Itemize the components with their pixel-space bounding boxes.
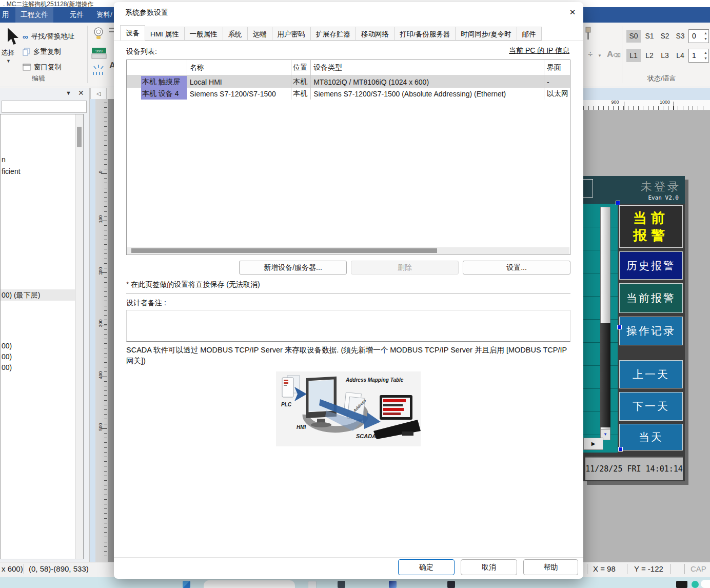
clear-format-icon[interactable]: A⌫ <box>607 49 620 60</box>
taskbar-tray-pill[interactable] <box>701 580 710 588</box>
tab-remote[interactable]: 远端 <box>248 27 272 41</box>
indicator-light-icon[interactable] <box>93 27 104 43</box>
help-button[interactable]: 帮助 <box>523 559 578 575</box>
taskbar-app-icon[interactable] <box>676 581 687 588</box>
dialog-close-icon[interactable]: ✕ <box>566 6 579 18</box>
state-s0-button[interactable]: S0 <box>626 30 641 43</box>
previous-day-button[interactable]: 上一天 <box>619 360 683 388</box>
state-spinner[interactable]: 0 ▲ ▼ <box>688 29 709 43</box>
tab-print-backup-server[interactable]: 打印/备份服务器 <box>395 27 456 41</box>
operation-log-button[interactable]: 操作记录 <box>619 317 683 345</box>
align-distribute-icon[interactable]: ÷ <box>588 49 593 60</box>
tab-device[interactable]: 设备 <box>120 25 145 41</box>
ribbon-tab-project-file[interactable]: 工程文件 <box>15 7 53 23</box>
lang-l4-button[interactable]: L4 <box>673 49 687 62</box>
device-settings-button[interactable]: 设置... <box>463 261 570 275</box>
list-item[interactable]: n <box>2 155 6 164</box>
panel-menu-caret-icon[interactable]: ▼ <box>66 90 71 96</box>
timestamp-display[interactable]: 11/28/25 FRI 14:01:14 <box>585 457 683 480</box>
blink-effect-icon[interactable] <box>91 64 106 79</box>
taskbar-start-icon[interactable] <box>183 581 190 588</box>
delete-device-button[interactable]: 删除 <box>351 261 459 275</box>
spin-down-icon[interactable]: ▼ <box>704 37 707 41</box>
designer-note-textarea[interactable] <box>126 310 570 342</box>
taskbar-app-icon[interactable] <box>308 581 317 588</box>
lang-l1-button[interactable]: L1 <box>626 49 641 62</box>
state-s2-button[interactable]: S2 <box>658 30 672 43</box>
lang-l2-button[interactable]: L2 <box>642 49 657 62</box>
list-item-selected[interactable]: 00) (最下层) <box>1 289 77 301</box>
timestamp-text: 11/28/25 FRI 14:01:14 <box>585 464 683 474</box>
spin-up-icon[interactable]: ▲ <box>704 31 707 35</box>
header-device-type[interactable]: 设备类型 <box>311 60 544 75</box>
list-item[interactable]: 00) <box>2 352 12 361</box>
find-replace-address-item[interactable]: ∞ 寻找/替换地址 <box>23 31 74 42</box>
panel-scrollbar-thumb[interactable] <box>77 127 82 147</box>
align-caret-icon[interactable]: ▼ <box>598 53 602 58</box>
lang-spinner[interactable]: 1 ▲ ▼ <box>688 49 709 63</box>
selection-handle[interactable] <box>618 447 623 452</box>
caps-lock-indicator: CAP <box>691 564 706 573</box>
header-location[interactable]: 位置 <box>291 60 311 75</box>
dialog-tab-strip: 设备 HMI 属性 一般属性 系统 远端 用户密码 扩展存贮器 移动网络 打印/… <box>120 26 542 41</box>
list-item[interactable]: 00) <box>2 363 12 371</box>
tab-user-password[interactable]: 用户密码 <box>272 27 311 41</box>
header-interface[interactable]: 界面 <box>544 60 570 75</box>
tab-email[interactable]: 邮件 <box>517 27 542 41</box>
table-row[interactable]: 本机 设备 4 Siemens S7-1200/S7-1500 本机 Sieme… <box>127 88 570 100</box>
lang-l3-button[interactable]: L3 <box>658 49 672 62</box>
pc-ip-info-link[interactable]: 当前 PC 的 IP 信息 <box>509 46 569 55</box>
table-row[interactable]: 本机 触摸屏 Local HMI 本机 MT8102iQ / MT8106iQ … <box>127 76 570 88</box>
cancel-button[interactable]: 取消 <box>461 559 517 575</box>
panel-filter-input[interactable] <box>2 101 87 113</box>
history-alarm-button[interactable]: 历史报警 <box>619 251 683 280</box>
select-dropdown-caret-icon[interactable]: ▼ <box>6 58 11 64</box>
taskbar-app-icon[interactable] <box>447 581 455 588</box>
panel-scrollbar[interactable] <box>75 114 83 559</box>
current-alarm-display-panel[interactable]: 当前 报警 <box>619 205 683 248</box>
tab-cellular[interactable]: 移动网络 <box>356 27 395 41</box>
list-item[interactable]: ficient <box>2 167 21 175</box>
add-device-button[interactable]: 新增设备/服务器... <box>239 261 347 275</box>
taskbar-app-icon[interactable] <box>338 581 345 588</box>
hmi-horizontal-scrollbar[interactable]: ▶ <box>583 438 603 450</box>
ok-button[interactable]: 确定 <box>398 559 455 575</box>
taskbar-app-icon[interactable] <box>389 581 397 588</box>
collapse-panel-tab[interactable]: ◁ <box>90 88 107 100</box>
table-horizontal-scrollbar[interactable] <box>127 247 569 254</box>
select-tool-button[interactable] <box>6 28 19 48</box>
ribbon-tab-common[interactable]: 用 <box>0 7 11 23</box>
panel-close-icon[interactable]: ✕ <box>78 89 84 97</box>
tab-time-sync-dst[interactable]: 时间同步/夏令时 <box>456 27 517 41</box>
tab-hmi-attributes[interactable]: HMI 属性 <box>145 27 185 41</box>
header-tag <box>127 60 187 75</box>
taskbar-app-icon[interactable] <box>692 581 699 588</box>
selection-handle[interactable] <box>617 325 622 329</box>
format-painter-icon[interactable] <box>584 27 593 44</box>
tab-extended-memory[interactable]: 扩展存贮器 <box>311 27 357 41</box>
tab-general[interactable]: 一般属性 <box>185 27 223 41</box>
window-copy-item[interactable]: 窗口复制 <box>23 62 62 73</box>
spin-up-icon[interactable]: ▲ <box>704 51 707 54</box>
spin-down-icon[interactable]: ▼ <box>704 56 707 60</box>
hmi-header-object-fragment[interactable] <box>583 179 593 198</box>
taskbar-search-pill[interactable] <box>204 580 295 588</box>
state-s3-button[interactable]: S3 <box>673 30 687 43</box>
numeric-display-icon[interactable]: 999 <box>91 47 107 62</box>
tab-system[interactable]: 系统 <box>223 27 248 41</box>
hmi-scrollbar-thumb[interactable] <box>600 323 610 427</box>
ribbon-tab-object[interactable]: 元件 <box>65 7 89 23</box>
today-button[interactable]: 当天 <box>619 424 683 450</box>
table-scrollbar-thumb[interactable] <box>131 248 437 253</box>
system-parameter-dialog: 系统参数设置 ✕ 设备 HMI 属性 一般属性 系统 远端 用户密码 扩展存贮器… <box>114 2 583 579</box>
version-label[interactable]: Evan V2.0 <box>648 194 679 201</box>
selection-handle[interactable] <box>616 201 620 205</box>
current-alarm-button[interactable]: 当前报警 <box>619 283 683 313</box>
hmi-grid-area[interactable]: ▲ ▼ ▶ <box>583 204 618 453</box>
header-name[interactable]: 名称 <box>187 60 292 75</box>
list-item[interactable]: 00) <box>2 342 12 350</box>
next-day-button[interactable]: 下一天 <box>619 392 683 421</box>
login-status-text[interactable]: 未登录 <box>641 179 681 194</box>
state-s1-button[interactable]: S1 <box>642 30 657 43</box>
multi-copy-item[interactable]: 多重复制 <box>23 46 61 57</box>
